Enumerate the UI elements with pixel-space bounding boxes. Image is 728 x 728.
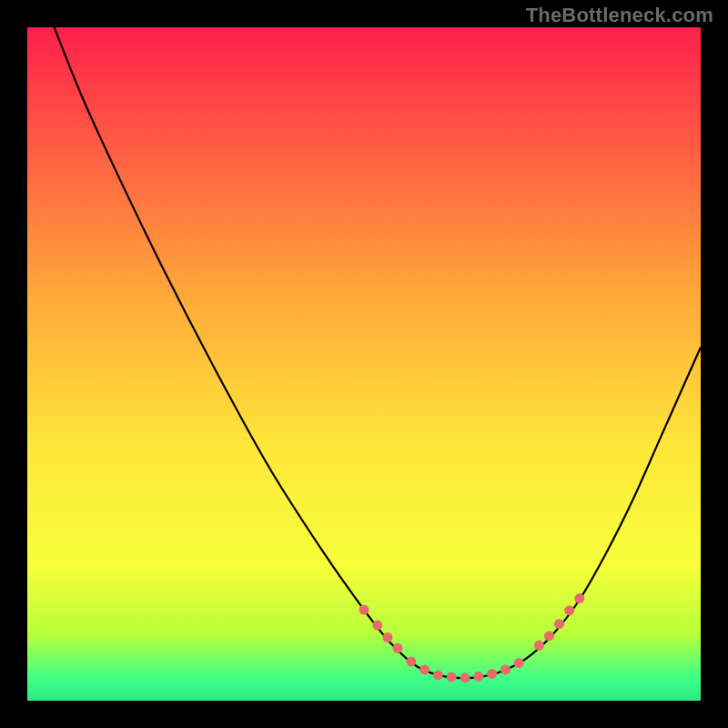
highlight-point	[447, 672, 457, 682]
highlight-point	[574, 593, 584, 603]
gradient-background	[27, 27, 701, 701]
highlight-point	[500, 664, 511, 674]
highlight-point	[406, 657, 416, 667]
watermark-label: TheBottleneck.com	[526, 4, 713, 27]
highlight-point	[534, 641, 544, 651]
highlight-point	[554, 619, 564, 629]
highlight-point	[514, 658, 524, 668]
highlight-point	[544, 631, 554, 641]
highlight-point	[473, 672, 483, 682]
highlight-point	[359, 605, 369, 615]
highlight-point	[372, 621, 382, 631]
highlight-point	[564, 605, 574, 615]
chart-svg	[27, 27, 701, 701]
highlight-point	[393, 643, 403, 653]
highlight-point	[420, 664, 430, 674]
highlight-point	[460, 672, 470, 682]
highlight-point	[433, 670, 443, 680]
plot-area	[27, 27, 701, 701]
highlight-point	[487, 669, 497, 679]
highlight-point	[382, 632, 392, 642]
chart-frame: TheBottleneck.com	[0, 0, 728, 728]
